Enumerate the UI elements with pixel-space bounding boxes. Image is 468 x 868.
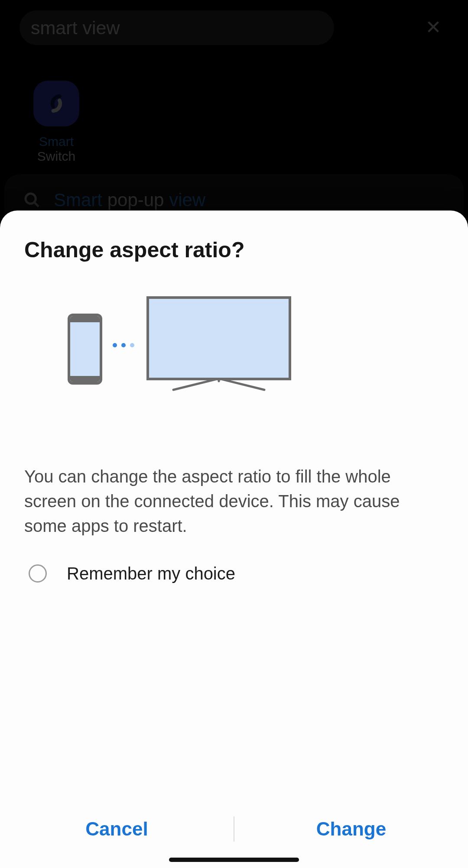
remember-choice-radio[interactable]	[29, 564, 47, 583]
screen-root: Smart Switch Smart pop-up view Change as…	[0, 0, 468, 868]
dialog-illustration	[0, 296, 468, 439]
suggestion-mid: pop-up	[102, 190, 169, 210]
close-icon	[426, 19, 441, 34]
tv-stand-icon	[170, 379, 268, 392]
connection-dots-icon	[113, 343, 134, 347]
aspect-ratio-dialog: Change aspect ratio? You can change the …	[0, 211, 468, 868]
search-suggestion-text: Smart pop-up view	[54, 190, 205, 211]
change-button[interactable]: Change	[234, 790, 468, 868]
app-result-line1: Smart	[22, 134, 91, 149]
search-field-container[interactable]	[20, 10, 334, 45]
app-search-result[interactable]: Smart Switch	[22, 81, 91, 164]
svg-point-0	[26, 194, 36, 204]
phone-icon	[68, 314, 102, 385]
remember-choice-row[interactable]: Remember my choice	[0, 539, 468, 583]
tv-icon	[146, 296, 291, 380]
suggestion-highlight2: view	[169, 190, 205, 210]
search-input[interactable]	[31, 17, 323, 39]
suggestion-highlight: Smart	[54, 190, 102, 210]
cancel-button[interactable]: Cancel	[0, 790, 234, 868]
clear-search-button[interactable]	[420, 14, 446, 40]
remember-choice-label: Remember my choice	[67, 564, 235, 583]
gesture-bar	[169, 858, 299, 862]
smart-switch-app-icon	[33, 81, 79, 126]
dialog-body-text: You can change the aspect ratio to fill …	[0, 439, 468, 539]
dialog-action-bar: Cancel Change	[0, 790, 468, 868]
dialog-title: Change aspect ratio?	[0, 211, 468, 262]
app-result-line2: Switch	[22, 149, 91, 164]
search-icon	[23, 191, 41, 209]
